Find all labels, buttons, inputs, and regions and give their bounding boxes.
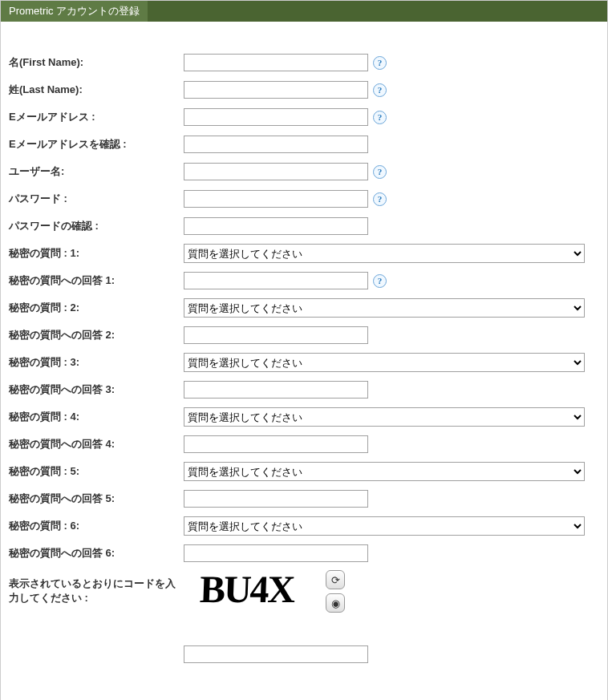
audio-icon: ◉ [331, 597, 340, 609]
label-last-name: 姓(Last Name): [9, 79, 184, 100]
help-icon[interactable]: ? [373, 83, 387, 97]
label-sa5: 秘密の質問への回答 5: [9, 488, 184, 509]
last-name-input[interactable] [184, 81, 368, 99]
label-sq6: 秘密の質問 : 6: [9, 516, 184, 536]
security-answer-4-input[interactable] [184, 435, 368, 453]
label-sa3: 秘密の質問への回答 3: [9, 379, 184, 400]
label-username: ユーザー名: [9, 161, 184, 182]
help-icon[interactable]: ? [373, 111, 387, 124]
captcha-audio-button[interactable]: ◉ [326, 593, 345, 613]
label-password-confirm: パスワードの確認 : [9, 216, 184, 237]
first-name-input[interactable] [184, 54, 368, 71]
label-captcha: 表示されているとおりにコードを入力してください : [9, 570, 184, 609]
security-answer-5-input[interactable] [184, 490, 368, 508]
captcha-refresh-button[interactable]: ⟳ [326, 570, 345, 589]
label-email: Eメールアドレス : [9, 107, 184, 127]
security-answer-6-input[interactable] [184, 544, 368, 562]
header-bar: Prometric アカウントの登録 [1, 1, 607, 22]
refresh-icon: ⟳ [331, 574, 340, 586]
email-input[interactable] [184, 108, 368, 126]
label-sa4: 秘密の質問への回答 4: [9, 434, 184, 455]
security-answer-2-input[interactable] [184, 326, 368, 344]
label-sq3: 秘密の質問 : 3: [9, 352, 184, 373]
label-first-name: 名(First Name): [9, 52, 184, 73]
page-title: Prometric アカウントの登録 [1, 1, 148, 22]
label-sa1: 秘密の質問への回答 1: [9, 270, 184, 291]
label-sa6: 秘密の質問への回答 6: [9, 543, 184, 564]
password-input[interactable] [184, 190, 368, 208]
label-sq1: 秘密の質問 : 1: [9, 243, 184, 264]
label-sq5: 秘密の質問 : 5: [9, 461, 184, 482]
help-icon[interactable]: ? [373, 192, 387, 206]
security-answer-3-input[interactable] [184, 381, 368, 399]
label-sq2: 秘密の質問 : 2: [9, 297, 184, 318]
captcha-image: BU4X [183, 570, 310, 609]
label-sq4: 秘密の質問 : 4: [9, 407, 184, 427]
username-input[interactable] [184, 163, 368, 180]
help-icon[interactable]: ? [373, 56, 387, 70]
security-question-1-select[interactable]: 質問を選択してください [184, 244, 585, 263]
password-confirm-input[interactable] [184, 217, 368, 235]
label-email-confirm: Eメールアドレスを確認 : [9, 134, 184, 155]
captcha-input[interactable] [184, 645, 368, 663]
security-question-6-select[interactable]: 質問を選択してください [184, 516, 585, 536]
security-question-3-select[interactable]: 質問を選択してください [184, 353, 585, 372]
label-password: パスワード : [9, 188, 184, 209]
security-question-4-select[interactable]: 質問を選択してください [184, 407, 585, 427]
security-question-2-select[interactable]: 質問を選択してください [184, 298, 585, 318]
email-confirm-input[interactable] [184, 136, 368, 153]
security-question-5-select[interactable]: 質問を選択してください [184, 462, 585, 481]
help-icon[interactable]: ? [373, 165, 387, 179]
label-sa2: 秘密の質問への回答 2: [9, 325, 184, 346]
security-answer-1-input[interactable] [184, 272, 368, 289]
form-body: 名(First Name): ? 姓(Last Name): ? Eメールアドレ… [1, 22, 607, 700]
help-icon[interactable]: ? [373, 274, 387, 288]
registration-form-container: Prometric アカウントの登録 名(First Name): ? 姓(La… [0, 0, 608, 700]
